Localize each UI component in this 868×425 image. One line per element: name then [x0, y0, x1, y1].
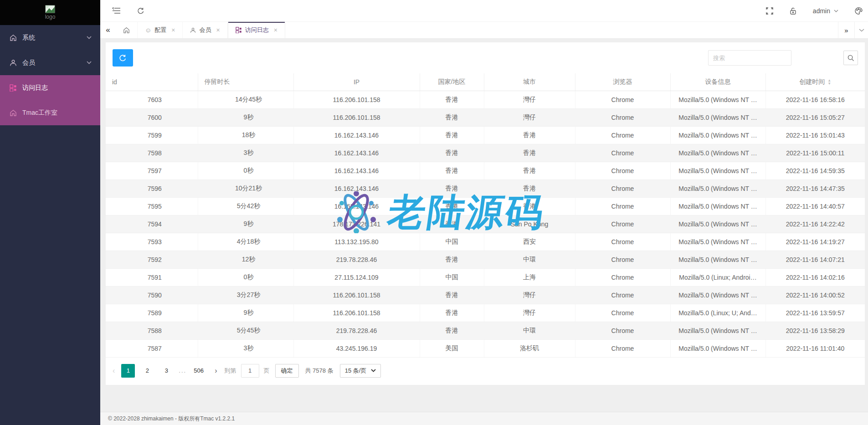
tab-home[interactable] [116, 22, 138, 38]
table-row[interactable]: 7590 3分27秒 116.206.101.158 香港 灣仔 Chrome … [106, 286, 865, 304]
cell-ip: 16.162.143.146 [293, 126, 420, 144]
sidebar-item-access-log[interactable]: 访问日志 [0, 75, 100, 100]
tab-access-log[interactable]: 访问日志 × [228, 22, 285, 38]
cell-duration: 18秒 [198, 126, 293, 144]
goto-confirm-button[interactable]: 确定 [275, 364, 299, 378]
cell-city: 灣仔 [484, 304, 575, 322]
cell-created: 2022-11-16 15:00:11 [765, 144, 865, 162]
tab-label: 访问日志 [245, 26, 269, 34]
table-row[interactable]: 7600 9秒 116.206.101.158 香港 灣仔 Chrome Moz… [106, 108, 865, 126]
col-header-device[interactable]: 设备信息 [670, 73, 765, 91]
table-row[interactable]: 7589 9秒 116.206.101.158 香港 灣仔 Chrome Moz… [106, 304, 865, 322]
cell-duration: 4分18秒 [198, 233, 293, 251]
table-row[interactable]: 7594 9秒 178.173.226.141 香港 San Po Kong C… [106, 215, 865, 233]
col-header-created[interactable]: 创建时间▲▼ [765, 73, 865, 91]
table-row[interactable]: 7597 0秒 16.162.143.146 香港 香港 Chrome Mozi… [106, 162, 865, 179]
table-row[interactable]: 7603 14分45秒 116.206.101.158 香港 灣仔 Chrome… [106, 91, 865, 108]
page-size-select[interactable]: 15 条/页 [340, 364, 381, 378]
cell-id: 7595 [106, 197, 198, 215]
cell-city: 香港 [484, 144, 575, 162]
theme-palette-icon[interactable] [855, 7, 863, 15]
page-button-3[interactable]: 3 [159, 364, 173, 378]
close-icon[interactable]: × [216, 26, 220, 34]
total-count-label: 共 7578 条 [305, 367, 334, 375]
cell-country: 香港 [420, 91, 484, 108]
cell-duration: 3秒 [198, 144, 293, 162]
col-header-browser[interactable]: 浏览器 [575, 73, 670, 91]
collapse-sidebar-icon[interactable] [112, 7, 121, 14]
cell-country: 美国 [420, 339, 484, 357]
table-row[interactable]: 7595 5分42秒 16.162.143.146 香港 香港 Chrome M… [106, 197, 865, 215]
cell-ip: 16.162.143.146 [293, 144, 420, 162]
sidebar-item-system[interactable]: 系统 [0, 25, 100, 50]
prev-page-icon[interactable]: ‹ [113, 367, 115, 375]
footer: © 2022-2028 zhimakaimen - 版权所有Tmac v1.2.… [100, 412, 868, 425]
page-size-value: 15 条/页 [345, 367, 367, 375]
user-menu[interactable]: admin [813, 7, 838, 15]
table-row[interactable]: 7587 3秒 43.245.196.19 美国 洛杉矶 Chrome Mozi… [106, 339, 865, 357]
table-row[interactable]: 7591 0秒 27.115.124.109 中国 上海 Chrome Mozi… [106, 268, 865, 286]
page-button-2[interactable]: 2 [140, 364, 154, 378]
cell-created: 2022-11-16 14:07:21 [765, 251, 865, 268]
sort-icon[interactable]: ▲▼ [827, 79, 831, 85]
search-input[interactable] [708, 50, 791, 66]
cell-duration: 3分27秒 [198, 286, 293, 304]
cell-device: Mozilla/5.0 (Linux; U; And… [670, 304, 765, 322]
sidebar-item-member[interactable]: 会员 [0, 50, 100, 75]
sidebar-item-label: 访问日志 [22, 84, 92, 92]
page-button-1[interactable]: 1 [121, 364, 135, 378]
cell-city: 中環 [484, 251, 575, 268]
cell-id: 7597 [106, 162, 198, 179]
refresh-table-button[interactable] [113, 49, 133, 67]
close-icon[interactable]: × [171, 26, 175, 34]
table-row[interactable]: 7596 10分21秒 16.162.143.146 香港 香港 Chrome … [106, 179, 865, 197]
cell-device: Mozilla/5.0 (Linux; Androi… [670, 268, 765, 286]
cell-ip: 178.173.226.141 [293, 215, 420, 233]
cell-created: 2022-11-16 14:19:27 [765, 233, 865, 251]
cell-ip: 27.115.124.109 [293, 268, 420, 286]
col-header-id[interactable]: id [106, 73, 198, 91]
cell-created: 2022-11-16 11:01:40 [765, 339, 865, 357]
cell-device: Mozilla/5.0 (Windows NT … [670, 91, 765, 108]
col-header-ip[interactable]: IP [293, 73, 420, 91]
table-row[interactable]: 7592 12秒 219.78.228.46 香港 中環 Chrome Mozi… [106, 251, 865, 268]
table-row[interactable]: 7593 4分18秒 113.132.195.80 中国 西安 Chrome M… [106, 233, 865, 251]
cell-country: 香港 [420, 179, 484, 197]
table-row[interactable]: 7599 18秒 16.162.143.146 香港 香港 Chrome Moz… [106, 126, 865, 144]
cell-country: 香港 [420, 304, 484, 322]
next-page-icon[interactable]: › [215, 367, 217, 375]
tabs-menu-icon[interactable] [854, 22, 868, 38]
sidebar-item-tmac-studio[interactable]: Tmac工作室 [0, 100, 100, 125]
cell-ip: 16.162.143.146 [293, 179, 420, 197]
cell-browser: Chrome [575, 215, 670, 233]
fullscreen-icon[interactable] [766, 7, 773, 15]
cell-created: 2022-11-16 14:47:35 [765, 179, 865, 197]
cell-ip: 16.162.143.146 [293, 197, 420, 215]
search-button[interactable] [843, 51, 858, 65]
cell-id: 7594 [106, 215, 198, 233]
cell-device: Mozilla/5.0 (Windows NT … [670, 144, 765, 162]
table-row[interactable]: 7598 3秒 16.162.143.146 香港 香港 Chrome Mozi… [106, 144, 865, 162]
tab-config[interactable]: ☺ 配置 × [138, 22, 183, 38]
refresh-icon[interactable] [137, 7, 144, 15]
col-header-country[interactable]: 国家/地区 [420, 73, 484, 91]
cell-created: 2022-11-16 14:22:42 [765, 215, 865, 233]
col-header-city[interactable]: 城市 [484, 73, 575, 91]
lock-icon[interactable] [790, 7, 796, 15]
cell-city: 香港 [484, 126, 575, 144]
tabs-scroll-right-icon[interactable]: » [838, 22, 854, 38]
tab-label: 配置 [154, 26, 166, 34]
cell-duration: 9秒 [198, 215, 293, 233]
cell-id: 7600 [106, 108, 198, 126]
page-button-506[interactable]: 506 [192, 364, 205, 378]
col-header-duration[interactable]: 停留时长 [198, 73, 293, 91]
goto-page-input[interactable] [241, 364, 259, 378]
cell-browser: Chrome [575, 144, 670, 162]
chevron-down-icon [834, 10, 838, 12]
cell-city: 洛杉矶 [484, 339, 575, 357]
tab-member[interactable]: 会员 × [183, 22, 227, 38]
table-row[interactable]: 7588 5分45秒 219.78.228.46 香港 中環 Chrome Mo… [106, 322, 865, 339]
tabs-scroll-left-icon[interactable]: « [100, 22, 116, 38]
close-icon[interactable]: × [274, 26, 277, 34]
cell-id: 7593 [106, 233, 198, 251]
